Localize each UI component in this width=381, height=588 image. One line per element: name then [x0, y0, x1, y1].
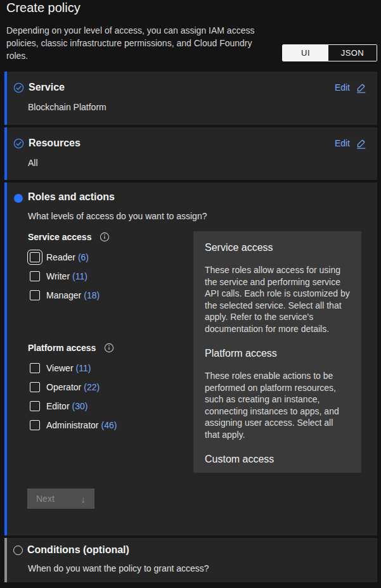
help-heading-platform-access: Platform access [205, 347, 350, 360]
create-policy-page: Create policy Depending on your level of… [0, 0, 381, 588]
checkbox-label: Reader(6) [46, 252, 89, 262]
checkbox-manager[interactable] [30, 290, 40, 300]
edit-resources-link[interactable]: Edit [335, 138, 366, 149]
role-count: (22) [84, 382, 100, 392]
view-toggle: UI JSON [282, 44, 377, 61]
conditions-question: When do you want the policy to grant acc… [28, 563, 377, 574]
pencil-edit-icon [356, 138, 366, 149]
checkbox-row-editor[interactable]: Editor(30) [30, 401, 87, 411]
next-button[interactable]: Next ↓ [27, 489, 94, 509]
checkbox-row-writer[interactable]: Writer(11) [30, 271, 87, 281]
checkbox-row-manager[interactable]: Manager(18) [30, 290, 100, 300]
toggle-ui-button[interactable]: UI [283, 45, 328, 61]
checkbox-row-operator[interactable]: Operator(22) [30, 382, 100, 392]
checkbox-administrator[interactable] [30, 420, 40, 430]
step-title-service: Service [29, 82, 65, 93]
step-card-conditions: Conditions (optional) When do you want t… [4, 538, 377, 582]
toggle-json-button[interactable]: JSON [328, 45, 377, 61]
next-button-label: Next [36, 494, 55, 504]
check-circle-icon [13, 138, 24, 149]
info-icon[interactable] [100, 232, 110, 242]
help-heading-service-access: Service access [205, 241, 350, 254]
step-title-conditions: Conditions (optional) [27, 544, 129, 556]
edit-service-link[interactable]: Edit [335, 82, 366, 93]
check-circle-icon [13, 82, 24, 93]
checkbox-editor[interactable] [30, 401, 40, 411]
checkbox-operator[interactable] [30, 382, 40, 392]
platform-access-label: Platform access [28, 343, 114, 353]
checkbox-row-viewer[interactable]: Viewer(11) [30, 363, 91, 373]
resources-value: All [28, 157, 377, 169]
checkbox-reader[interactable] [30, 252, 40, 262]
role-count: (6) [78, 252, 89, 262]
step-title-resources: Resources [29, 137, 81, 149]
checkbox-label: Writer(11) [46, 271, 87, 281]
role-count: (30) [72, 401, 88, 411]
page-description: Depending on your level of access, you c… [6, 24, 271, 62]
edit-service-label: Edit [335, 82, 350, 93]
checkbox-row-reader[interactable]: Reader(6) [30, 252, 89, 262]
role-count: (18) [84, 290, 100, 300]
step-card-roles: Roles and actions What levels of access … [4, 182, 377, 535]
roles-question: What levels of access do you want to ass… [28, 210, 207, 222]
checkbox-label: Administrator(46) [46, 420, 117, 430]
step-title-roles: Roles and actions [28, 191, 115, 203]
checkbox-label: Operator(22) [46, 382, 100, 392]
checkbox-label: Manager(18) [46, 290, 100, 300]
service-access-label: Service access [28, 232, 110, 242]
arrow-down-icon: ↓ [81, 494, 86, 504]
edit-resources-label: Edit [335, 138, 350, 148]
service-access-label-text: Service access [28, 232, 91, 242]
help-body-platform-access: These roles enable actions to be perform… [205, 370, 350, 440]
checkbox-label: Viewer(11) [46, 363, 91, 373]
role-count: (11) [76, 363, 91, 373]
role-count: (46) [101, 420, 117, 430]
checkbox-label: Editor(30) [46, 401, 87, 411]
access-help-panel: Service access These roles allow access … [193, 231, 361, 473]
help-heading-custom-access: Custom access [205, 453, 350, 466]
page-title: Create policy [6, 0, 81, 16]
help-body-service-access: These roles allow access for using the s… [205, 264, 350, 335]
info-icon[interactable] [104, 343, 114, 353]
checkbox-writer[interactable] [30, 271, 40, 281]
checkbox-viewer[interactable] [30, 363, 40, 373]
step-card-service: Service Edit Blockchain Platform [4, 72, 377, 125]
service-value: Blockchain Platform [28, 101, 377, 113]
step-card-resources: Resources Edit All [4, 127, 377, 180]
checkbox-row-administrator[interactable]: Administrator(46) [30, 420, 117, 430]
empty-step-circle-icon [13, 546, 23, 555]
pencil-edit-icon [356, 82, 366, 93]
role-count: (11) [72, 271, 87, 281]
platform-access-label-text: Platform access [28, 343, 96, 353]
active-step-dot-icon [14, 194, 23, 203]
